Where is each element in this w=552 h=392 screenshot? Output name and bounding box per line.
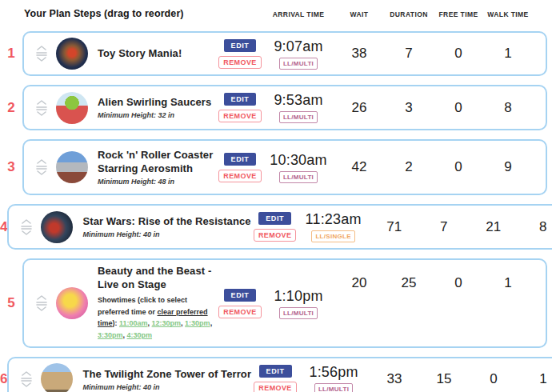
edit-button[interactable]: EDIT — [224, 93, 257, 106]
minimum-height-note: Minimum Height: 40 in — [82, 230, 250, 238]
arrival-time: 9:53am — [274, 92, 322, 109]
wait-value: 26 — [334, 100, 384, 116]
wait-value: 42 — [334, 159, 384, 175]
column-header-wait: WAIT — [334, 10, 384, 18]
free-time-value: 0 — [434, 159, 483, 175]
duration-value: 7 — [419, 219, 469, 235]
remove-button[interactable]: REMOVE — [254, 382, 296, 392]
drag-handle-icon[interactable] — [32, 45, 51, 62]
duration-value: 15 — [419, 371, 469, 387]
showtime-link[interactable]: 12:30pm — [152, 319, 182, 327]
plan-step-row-1: 1 Toy Story Mania! EDIT REMOVE 9:07am LL… — [0, 31, 547, 76]
walk-time-value: 1 — [483, 46, 533, 62]
drag-handle-icon[interactable] — [17, 370, 36, 388]
walk-time-value: 8 — [518, 219, 552, 235]
arrival-time: 11:23am — [306, 211, 362, 228]
ll-multi-badge: LL/MULTI — [314, 383, 353, 392]
edit-button[interactable]: EDIT — [224, 39, 257, 52]
duration-value: 3 — [384, 100, 434, 116]
attraction-thumbnail — [41, 211, 73, 243]
plan-step-row-6: 6 The Twilight Zone Tower of Terror Mini… — [0, 357, 547, 392]
duration-value: 2 — [384, 159, 434, 175]
plan-step-card: Beauty and the Beast - Live on Stage Sho… — [22, 258, 547, 348]
column-header-walk-time: WALK TIME — [483, 10, 533, 18]
arrival-time: 1:56pm — [309, 364, 358, 381]
wait-value: 20 — [334, 275, 384, 291]
wait-value: 33 — [370, 371, 419, 387]
remove-button[interactable]: REMOVE — [254, 229, 296, 242]
plan-step-row-2: 2 Alien Swirling Saucers Minimum Height:… — [0, 85, 547, 130]
attraction-thumbnail — [41, 363, 73, 392]
showtimes-separator: ): — [113, 319, 120, 327]
plan-step-row-3: 3 Rock 'n' Roller Coaster Starring Aeros… — [0, 139, 547, 195]
plan-step-card: The Twilight Zone Tower of Terror Minimu… — [7, 357, 552, 392]
showtime-link[interactable]: 1:30pm — [185, 319, 210, 327]
showtime-link[interactable]: 3:30pm — [98, 331, 123, 339]
plan-step-row-4: 4 Star Wars: Rise of the Resistance Mini… — [0, 204, 547, 250]
page-title: Your Plan Steps (drag to reorder) — [24, 8, 262, 19]
edit-button[interactable]: EDIT — [259, 365, 292, 378]
attraction-thumbnail — [56, 151, 88, 183]
walk-time-value: 9 — [483, 159, 533, 175]
step-number: 5 — [0, 258, 22, 348]
minimum-height-note: Minimum Height: 48 in — [98, 178, 216, 186]
plan-step-card: Star Wars: Rise of the Resistance Minimu… — [7, 204, 552, 250]
showtime-link[interactable]: 4:30pm — [127, 331, 153, 339]
walk-time-value: 8 — [483, 100, 533, 116]
ll-multi-badge: LL/MULTI — [279, 307, 318, 319]
minimum-height-note: Minimum Height: 32 in — [98, 111, 216, 119]
free-time-value: 0 — [434, 46, 483, 62]
walk-time-value: 1 — [483, 275, 533, 291]
drag-handle-icon[interactable] — [32, 158, 51, 176]
attraction-thumbnail — [56, 287, 88, 319]
free-time-value: 0 — [434, 100, 483, 116]
column-header-free-time: FREE TIME — [434, 10, 483, 18]
plan-step-row-5: 5 Beauty and the Beast - Live on Stage S… — [0, 258, 547, 348]
drag-handle-icon[interactable] — [17, 218, 36, 236]
wait-value: 38 — [334, 46, 384, 62]
free-time-value: 0 — [434, 275, 483, 291]
plan-step-card: Alien Swirling Saucers Minimum Height: 3… — [22, 85, 547, 130]
free-time-value: 0 — [469, 371, 518, 387]
arrival-time: 10:30am — [270, 152, 326, 169]
plan-step-card: Toy Story Mania! EDIT REMOVE 9:07am LL/M… — [22, 31, 547, 76]
step-number: 1 — [0, 31, 22, 76]
ll-multi-badge: LL/MULTI — [279, 171, 318, 183]
attraction-name: Beauty and the Beast - Live on Stage — [98, 265, 216, 292]
edit-button[interactable]: EDIT — [224, 289, 257, 302]
table-header: Your Plan Steps (drag to reorder) ARRIVA… — [0, 5, 547, 19]
attraction-name: The Twilight Zone Tower of Terror — [82, 368, 251, 382]
plan-steps-panel: Your Plan Steps (drag to reorder) ARRIVA… — [0, 0, 552, 392]
step-number: 3 — [0, 139, 22, 195]
drag-handle-icon[interactable] — [32, 294, 51, 312]
plan-step-card: Rock 'n' Roller Coaster Starring Aerosmi… — [22, 139, 547, 195]
showtime-link[interactable]: 11:00am — [119, 319, 148, 327]
ll-multi-badge: LL/MULTI — [279, 58, 318, 70]
edit-button[interactable]: EDIT — [258, 212, 291, 225]
attraction-thumbnail — [56, 92, 88, 124]
step-number: 4 — [0, 204, 7, 250]
ll-multi-badge: LL/MULTI — [279, 111, 318, 123]
walk-time-value: 1 — [518, 371, 552, 387]
column-header-duration: DURATION — [384, 10, 434, 18]
wait-value: 71 — [370, 219, 419, 235]
remove-button[interactable]: REMOVE — [218, 170, 261, 182]
column-header-arrival-time: ARRIVAL TIME — [262, 10, 334, 18]
drag-handle-icon[interactable] — [32, 99, 51, 117]
remove-button[interactable]: REMOVE — [218, 110, 261, 122]
remove-button[interactable]: REMOVE — [218, 56, 261, 69]
attraction-thumbnail — [56, 38, 88, 70]
edit-button[interactable]: EDIT — [224, 153, 257, 166]
arrival-time: 1:10pm — [274, 288, 322, 305]
step-number: 2 — [0, 85, 22, 130]
attraction-name: Toy Story Mania! — [98, 47, 216, 61]
ll-single-badge: LL/SINGLE — [311, 230, 354, 242]
duration-value: 7 — [384, 46, 434, 62]
attraction-name: Rock 'n' Roller Coaster Starring Aerosmi… — [98, 149, 216, 176]
duration-value: 25 — [384, 275, 434, 291]
attraction-name: Alien Swirling Saucers — [98, 96, 216, 110]
step-number: 6 — [0, 357, 7, 392]
free-time-value: 21 — [469, 219, 518, 235]
remove-button[interactable]: REMOVE — [218, 306, 261, 318]
arrival-time: 9:07am — [274, 38, 322, 55]
